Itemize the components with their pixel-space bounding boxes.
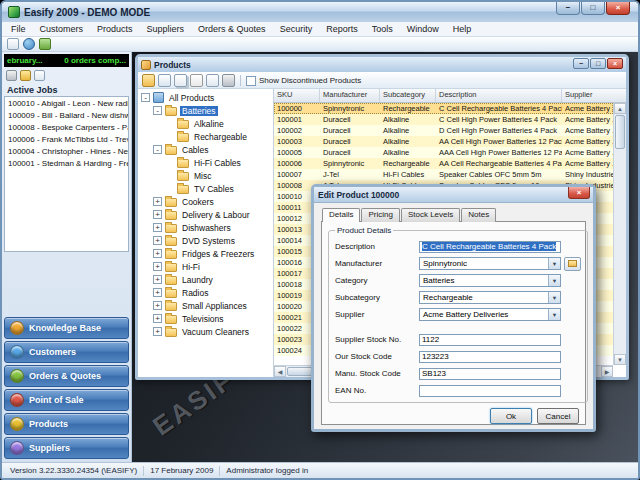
expander-icon[interactable]: -	[141, 93, 150, 102]
table-row[interactable]: 100001DuracellAlkalineC Cell High Power …	[274, 114, 613, 125]
expander-icon[interactable]: +	[153, 288, 162, 297]
sidebar-item-orders-quotes[interactable]: Orders & Quotes	[4, 365, 129, 387]
expander-icon[interactable]: +	[153, 223, 162, 232]
vertical-scrollbar[interactable]: ▲ ▼	[613, 103, 626, 365]
scroll-down-button[interactable]: ▼	[614, 354, 626, 365]
expander-icon[interactable]: -	[153, 145, 162, 154]
our-stock-code-field[interactable]: 123223	[419, 351, 561, 363]
tree-item-all-products[interactable]: -All Products	[138, 91, 273, 104]
tree-item-fridges-freezers[interactable]: +Fridges & Freezers	[138, 247, 273, 260]
show-discontinued-checkbox[interactable]	[246, 76, 256, 86]
tree-item-televisions[interactable]: +Televisions	[138, 312, 273, 325]
expander-icon[interactable]: +	[153, 249, 162, 258]
scroll-left-button[interactable]: ◀	[274, 366, 286, 377]
job-item[interactable]: 100008 - Bespoke Carpenters - Patrick	[5, 122, 128, 134]
tree-item-alkaline[interactable]: Alkaline	[138, 117, 273, 130]
job-item[interactable]: 100006 - Frank McTibbs Ltd - Trevor -	[5, 134, 128, 146]
close-button[interactable]: ×	[606, 2, 630, 15]
sidebar-item-products[interactable]: Products	[4, 413, 129, 435]
tab-stock-levels[interactable]: Stock Levels	[401, 208, 460, 222]
table-row[interactable]: 100006SpinnytronicRechargeableAA Cell Re…	[274, 158, 613, 169]
tab-pricing[interactable]: Pricing	[361, 208, 399, 222]
tree-item-batteries[interactable]: -Batteries	[138, 104, 273, 117]
tree-item-cables[interactable]: -Cables	[138, 143, 273, 156]
copy-product-icon[interactable]	[174, 74, 187, 87]
tree-item-dvd-systems[interactable]: +DVD Systems	[138, 234, 273, 247]
manu-stock-code-field[interactable]: SB123	[419, 368, 561, 380]
expander-icon[interactable]: +	[153, 236, 162, 245]
sidebar-item-knowledge-base[interactable]: Knowledge Base	[4, 317, 129, 339]
new-document-icon[interactable]	[7, 38, 19, 50]
expander-icon[interactable]: +	[153, 197, 162, 206]
orders-icon[interactable]	[39, 38, 51, 50]
tree-item-laundry[interactable]: +Laundry	[138, 273, 273, 286]
menu-reports[interactable]: Reports	[319, 22, 365, 36]
table-row[interactable]: 100002DuracellAlkalineD Cell High Power …	[274, 125, 613, 136]
job-item[interactable]: 100004 - Christopher - Hines - New TV	[5, 146, 128, 158]
subcategory-select[interactable]: Rechargeable▼	[419, 291, 561, 304]
minimize-button[interactable]: −	[556, 2, 580, 15]
print-icon[interactable]	[6, 70, 17, 81]
tree-item-delivery-labour[interactable]: +Delivery & Labour	[138, 208, 273, 221]
expander-icon[interactable]: +	[153, 301, 162, 310]
table-row[interactable]: 100003DuracellAlkalineAA Cell High Power…	[274, 136, 613, 147]
ean-no-field[interactable]	[419, 385, 561, 397]
new-product-icon[interactable]	[142, 74, 155, 87]
tree-item-rechargeable[interactable]: Rechargeable	[138, 130, 273, 143]
expander-icon[interactable]: +	[153, 210, 162, 219]
sidebar-item-customers[interactable]: Customers	[4, 341, 129, 363]
sidebar-item-point-of-sale[interactable]: Point of Sale	[4, 389, 129, 411]
tree-item-small-appliances[interactable]: +Small Appliances	[138, 299, 273, 312]
tree-item-vacuum-cleaners[interactable]: +Vacuum Cleaners	[138, 325, 273, 338]
tree-item-radios[interactable]: +Radios	[138, 286, 273, 299]
category-select[interactable]: Batteries▼	[419, 274, 561, 287]
dialog-close-button[interactable]: ×	[568, 187, 590, 199]
column-header-sku[interactable]: SKU	[274, 89, 320, 102]
supplier-select[interactable]: Acme Battery Deliveries▼	[419, 308, 561, 321]
menu-help[interactable]: Help	[446, 22, 479, 36]
products-maximize-button[interactable]: □	[590, 58, 606, 69]
ok-button[interactable]: Ok	[490, 408, 532, 424]
customers-icon[interactable]	[23, 38, 35, 50]
menu-customers[interactable]: Customers	[33, 22, 91, 36]
products-minimize-button[interactable]: −	[573, 58, 589, 69]
column-header-manufacturer[interactable]: Manufacturer	[320, 89, 380, 102]
menu-security[interactable]: Security	[273, 22, 320, 36]
expander-icon[interactable]: -	[153, 106, 162, 115]
maximize-button[interactable]: □	[581, 2, 605, 15]
products-close-button[interactable]: ×	[607, 58, 623, 69]
expander-icon[interactable]: +	[153, 327, 162, 336]
menu-orders-quotes[interactable]: Orders & Quotes	[191, 22, 273, 36]
column-header-description[interactable]: Description	[436, 89, 562, 102]
edit-product-icon[interactable]	[158, 74, 171, 87]
expander-icon[interactable]: +	[153, 275, 162, 284]
menu-products[interactable]: Products	[90, 22, 140, 36]
tree-item-hi-fi-cables[interactable]: Hi-Fi Cables	[138, 156, 273, 169]
scroll-up-button[interactable]: ▲	[614, 103, 626, 114]
expander-icon[interactable]: +	[153, 314, 162, 323]
description-field[interactable]: C Cell Rechargeable Batteries 4 Pack	[419, 241, 561, 253]
tree-item-tv-cables[interactable]: TV Cables	[138, 182, 273, 195]
menu-file[interactable]: File	[4, 22, 33, 36]
tree-item-hi-fi[interactable]: +Hi-Fi	[138, 260, 273, 273]
table-row[interactable]: 100005DuracellAlkalineAAA Cell High Powe…	[274, 147, 613, 158]
print-products-icon[interactable]	[222, 74, 235, 87]
table-row[interactable]: 100000SpinnytronicRechargeableC Cell Rec…	[274, 103, 613, 114]
column-header-subcategory[interactable]: Subcategory	[380, 89, 436, 102]
manufacturer-select[interactable]: Spinnytronic▼	[419, 257, 561, 270]
menu-tools[interactable]: Tools	[365, 22, 400, 36]
menu-window[interactable]: Window	[400, 22, 446, 36]
lock-icon[interactable]	[20, 70, 31, 81]
menu-suppliers[interactable]: Suppliers	[140, 22, 192, 36]
column-header-supplier[interactable]: Supplier	[562, 89, 626, 102]
job-item[interactable]: 100001 - Stedman & Harding - Fred - E	[5, 158, 128, 170]
job-item[interactable]: 100009 - Bill - Ballard - New dishwashe	[5, 110, 128, 122]
refresh-products-icon[interactable]	[206, 74, 219, 87]
job-item[interactable]: 100010 - Abigail - Leon - New radio sa	[5, 98, 128, 110]
scroll-right-button[interactable]: ▶	[601, 366, 613, 377]
refresh-icon[interactable]	[34, 70, 45, 81]
cancel-button[interactable]: Cancel	[537, 408, 579, 424]
vertical-scroll-thumb[interactable]	[615, 115, 625, 149]
manufacturer-edit-button[interactable]	[564, 257, 581, 271]
tree-item-misc[interactable]: Misc	[138, 169, 273, 182]
